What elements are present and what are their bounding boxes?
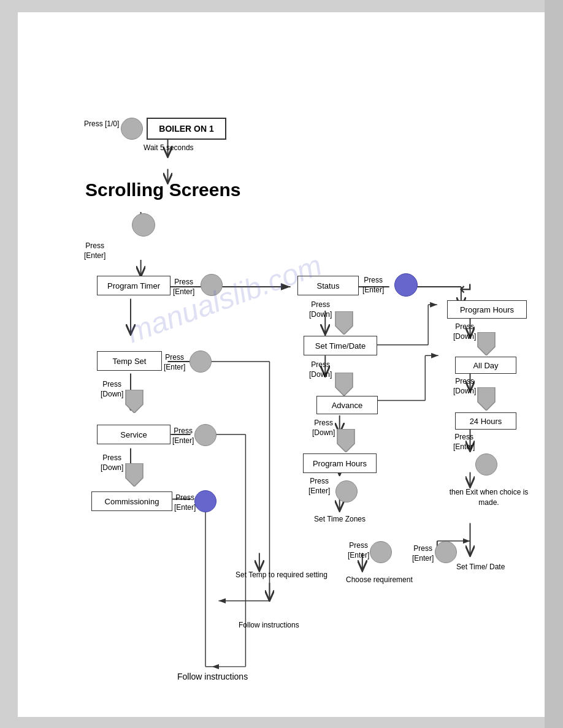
press-down-2-label: Press[Down] <box>309 360 332 379</box>
watermark: manualslib.com <box>123 248 326 350</box>
choose-req-label: Choose requirement <box>346 575 413 585</box>
press-enter-service-label: Press[Enter] <box>172 427 194 446</box>
circle-comm-enter <box>194 490 216 512</box>
press-down-1-label: Press[Down] <box>309 300 332 319</box>
follow-1-label: Follow instructions <box>239 620 299 631</box>
all-day-box: All Day <box>455 357 516 374</box>
shield-down-2 <box>333 373 355 396</box>
return-arrow-icon: ↵ <box>459 279 473 299</box>
press-down-right2-label: Press[Down] <box>453 377 476 396</box>
press-enter-ph-label: Press[Enter] <box>308 477 330 496</box>
advance-box: Advance <box>316 396 378 414</box>
press-down-right1-label: Press[Down] <box>453 322 476 341</box>
circle-temp-enter <box>190 351 212 373</box>
shield-down-temp <box>123 390 145 413</box>
press-enter-comm-label: Press[Enter] <box>174 493 196 512</box>
shield-down-3 <box>335 429 357 452</box>
circle-ph-enter <box>335 480 358 502</box>
shield-down-1 <box>333 311 355 335</box>
circle-status-enter <box>394 273 418 297</box>
set-time-date-bottom-label: Set Time/ Date <box>456 563 505 572</box>
boiler-on-box: BOILER ON 1 <box>147 118 226 140</box>
press-enter-temp-label: Press[Enter] <box>164 353 185 372</box>
status-box: Status <box>297 276 359 295</box>
press-enter-bottom-label: Press[Enter] <box>412 544 434 563</box>
right-scrollbar[interactable] <box>545 0 563 728</box>
press-enter-status-label: Press[Enter] <box>362 276 384 295</box>
shield-down-right1 <box>475 332 497 355</box>
press-down-3-label: Press[Down] <box>312 419 335 438</box>
wait-5-label: Wait 5 seconds <box>144 143 194 153</box>
set-time-date-box: Set Time/Date <box>304 336 377 355</box>
press-enter-choose-label: Press[Enter] <box>348 541 369 560</box>
hours-24-box: 24 Hours <box>455 412 516 430</box>
set-temp-label: Set Temp to required setting <box>236 570 327 580</box>
shield-down-service <box>123 463 145 487</box>
program-hours-right-box: Program Hours <box>447 300 527 319</box>
circle-choose-enter <box>370 541 392 563</box>
circle-right-enter <box>475 453 497 476</box>
circle-power <box>121 118 143 140</box>
circle-bottom-enter <box>435 541 457 563</box>
temp-set-box: Temp Set <box>97 351 162 371</box>
press-enter-2-label: Press[Enter] <box>173 278 194 297</box>
program-timer-box: Program Timer <box>97 276 170 295</box>
commissioning-box: Commissioning <box>91 491 172 511</box>
follow-2-label: Follow instructions <box>177 671 248 683</box>
shield-down-right2 <box>475 387 497 411</box>
service-box: Service <box>97 425 170 444</box>
circle-scroll <box>132 213 155 237</box>
press-1-0-label: Press [1/0] <box>84 119 119 129</box>
circle-service-enter <box>194 424 216 446</box>
press-down-service-label: Press[Down] <box>101 453 123 472</box>
then-exit-label: then Exit when choice is made. <box>445 487 533 508</box>
press-enter-right-label: Press[Enter] <box>453 433 475 452</box>
press-enter-1-label: Press[Enter] <box>84 241 105 260</box>
program-hours-mid-box: Program Hours <box>303 453 377 473</box>
press-down-temp-label: Press[Down] <box>101 380 123 399</box>
circle-prog-timer <box>201 274 223 296</box>
scrolling-screens-label: Scrolling Screens <box>85 178 240 202</box>
set-time-zones-label: Set Time Zones <box>314 515 366 525</box>
